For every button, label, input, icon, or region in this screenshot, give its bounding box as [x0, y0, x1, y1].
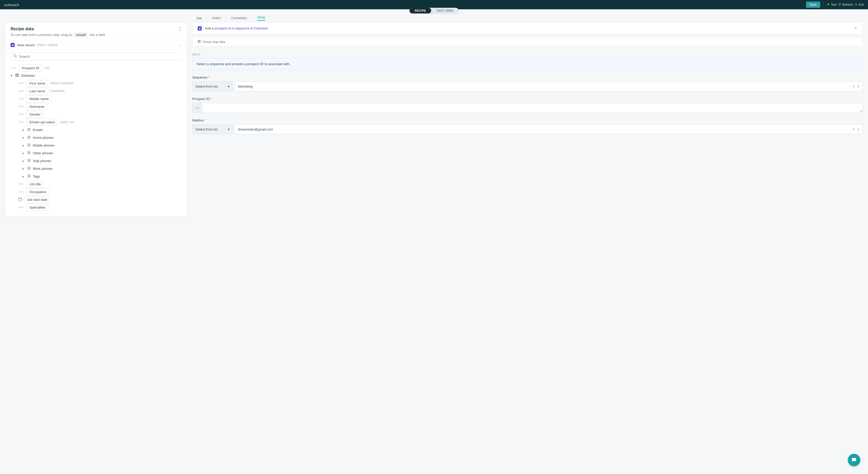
tree-row-prospect-id: 123 Prospect ID 133: [10, 64, 182, 72]
step-breadcrumb: App → Action → Connection → Setup: [0, 13, 868, 22]
svg-rect-2: [16, 73, 17, 75]
tree-list-toggle[interactable]: ▸ Tags: [10, 172, 182, 180]
datapill-prospect-id[interactable]: Prospect ID: [19, 65, 42, 71]
caret-down-icon: ▾: [228, 85, 230, 88]
list-label: Home phones: [33, 136, 54, 140]
datapill[interactable]: Job title: [27, 181, 44, 188]
tree-list-toggle[interactable]: ▸ Voip phones: [10, 157, 182, 165]
tree-list-toggle[interactable]: ▸ Other phones: [10, 149, 182, 157]
setup-panel: ◆ Add a prospect to a sequence in Outrea…: [192, 22, 863, 216]
type-abc-icon: ABC: [18, 190, 25, 193]
list-icon: [27, 136, 31, 140]
datapill[interactable]: Specialties: [27, 204, 49, 211]
help-toggle[interactable]: HELP ⌃: [192, 53, 863, 58]
datapill-chip: datapill: [74, 32, 88, 37]
step-action[interactable]: Action: [212, 16, 221, 20]
step-setup[interactable]: Setup: [257, 16, 265, 21]
map-icon: [197, 40, 201, 44]
search-input[interactable]: [19, 55, 179, 58]
type-abc-icon: ABC: [18, 97, 25, 100]
outreach-link[interactable]: Outreach: [254, 26, 268, 30]
app-title: outreach: [4, 3, 19, 7]
list-label: Mobile phones: [33, 143, 55, 147]
datapill[interactable]: Emails opt status: [27, 119, 58, 126]
step-output-meta: (Step 1 output): [37, 43, 57, 47]
refresh-label: Refresh: [842, 3, 853, 6]
caret-right-icon: ▸: [23, 167, 25, 171]
datapill[interactable]: Job start date: [24, 196, 50, 203]
step-output-label: New record: [17, 43, 34, 47]
arrow-icon: →: [250, 16, 253, 20]
prospect-sequence-link[interactable]: prospect to a sequence: [215, 26, 250, 30]
list-label: Voip phones: [33, 159, 52, 163]
tree-list-toggle[interactable]: ▸ Work phones: [10, 165, 182, 172]
type-123-icon: 123: [10, 67, 17, 69]
list-label: Work phones: [33, 167, 53, 171]
type-abc-icon: ABC: [18, 183, 25, 185]
list-icon: [27, 143, 31, 147]
search-input-wrap[interactable]: [10, 53, 182, 60]
type-abc-icon: ABC: [18, 121, 25, 123]
tree-row: ABCSpecialties: [10, 203, 182, 211]
tree-list-toggle[interactable]: ▸ Home phones: [10, 134, 182, 141]
close-icon: [855, 3, 858, 7]
sequence-mode-select[interactable]: Select from list ▾: [192, 81, 233, 91]
exit-link[interactable]: Exit: [855, 3, 864, 7]
mailbox-mode-select[interactable]: Select from list ▾: [192, 124, 233, 134]
type-123-icon: 123: [192, 103, 202, 113]
tree-list-toggle[interactable]: ▸ Mobile phones: [10, 141, 182, 149]
tree-list-toggle[interactable]: ▸ Emails: [10, 126, 182, 134]
tree-row: Job start date: [10, 196, 182, 203]
tree-row: ABC Last name Castellarin: [10, 87, 182, 95]
svg-rect-8: [199, 40, 200, 41]
arrow-icon: →: [206, 16, 209, 20]
step-app[interactable]: App: [196, 16, 202, 20]
caret-down-icon[interactable]: ▾: [858, 85, 860, 88]
svg-rect-4: [16, 76, 17, 77]
save-button[interactable]: Save: [806, 2, 820, 8]
attributes-toggle[interactable]: ▾ Attributes: [10, 72, 182, 79]
caret-right-icon: ▸: [23, 136, 25, 140]
step-output-row[interactable]: ◆ New record (Step 1 output) ⌄: [5, 40, 187, 50]
svg-rect-10: [199, 41, 200, 42]
mailbox-value-input[interactable]: dmworkato@gmail.com ✕ ▾: [235, 124, 863, 134]
caret-right-icon: ▸: [23, 159, 25, 163]
recipe-data-subtitle: To use data from a previous step, drag i…: [10, 32, 105, 37]
close-panel-button[interactable]: [854, 26, 858, 30]
tree-row: ABC Gender: [10, 110, 182, 118]
chevron-down-icon: ⌄: [179, 43, 182, 47]
step-connection[interactable]: Connection: [231, 16, 247, 20]
refresh-icon: [838, 3, 841, 7]
datapill[interactable]: Middle name: [27, 95, 52, 102]
test-link[interactable]: Test: [827, 3, 836, 7]
prospect-id-input[interactable]: [204, 103, 863, 113]
sample-value: opted_out: [60, 120, 74, 124]
type-abc-icon: ABC: [18, 105, 25, 108]
svg-rect-5: [17, 76, 19, 77]
svg-point-0: [828, 4, 829, 5]
datapill[interactable]: Gender: [27, 111, 43, 118]
clear-icon[interactable]: ✕: [852, 127, 855, 131]
group-map-button[interactable]: Group map data: [192, 37, 863, 47]
clear-icon[interactable]: ✕: [852, 85, 855, 88]
help-label: HELP: [192, 53, 200, 56]
tab-recipe[interactable]: RECIPE: [409, 8, 431, 13]
refresh-link[interactable]: Refresh: [838, 3, 853, 7]
list-icon: [27, 128, 31, 132]
tree-row: ABC Emails opt status opted_out: [10, 118, 182, 126]
header-actions: Save Test Refresh Exit: [806, 2, 864, 8]
datapill[interactable]: Occupation: [27, 188, 49, 196]
sequence-value-input[interactable]: Marketing ✕ ▾: [235, 81, 863, 91]
tree-row: ABC First name Steve Castellarin: [10, 79, 182, 87]
caret-down-icon[interactable]: ▾: [858, 127, 860, 131]
tab-test-jobs[interactable]: TEST JOBS: [431, 8, 459, 13]
datapill[interactable]: First name: [27, 80, 48, 87]
action-description: Add a prospect to a sequence in Outreach: [205, 26, 268, 30]
list-icon: [27, 167, 31, 171]
list-icon: [27, 174, 31, 178]
datapill[interactable]: Nickname: [27, 103, 47, 110]
list-label: Other phones: [33, 151, 53, 155]
expand-collapse-icon[interactable]: [179, 27, 182, 32]
datapill[interactable]: Last name: [27, 88, 48, 95]
sample-value: 133: [44, 66, 49, 70]
